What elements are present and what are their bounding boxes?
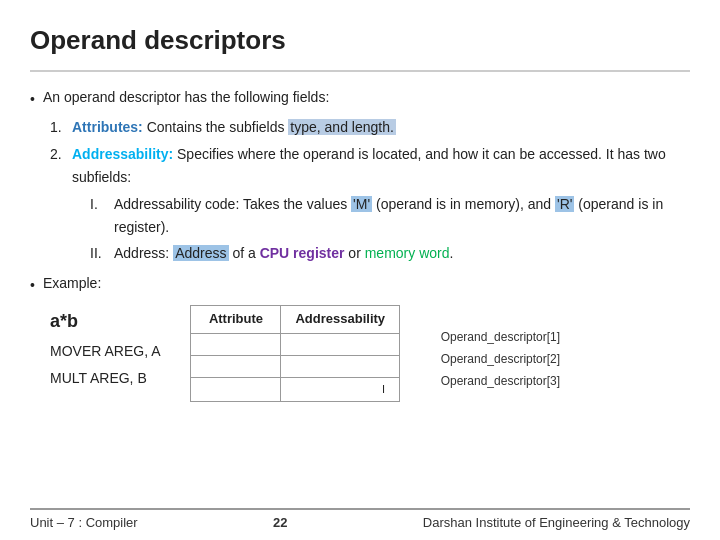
item2-label: Addressability: [72, 146, 173, 162]
descriptor-table: Attribute Addressability [190, 305, 400, 402]
roman-num-1: I. [90, 193, 114, 215]
code-line-1: a*b [50, 305, 160, 337]
roman-item-2: II. Address: Address of a CPU register o… [90, 242, 690, 264]
item1-label: Attributes: [72, 119, 143, 135]
cell-3-1 [191, 377, 281, 402]
cell-3-2: I [281, 377, 400, 402]
roman2-text1: of a [232, 245, 259, 261]
bullet-2-text: Example: [43, 272, 101, 294]
roman1-label: Addressability code: [114, 196, 239, 212]
operand-label-2: Operand_descriptor[2] [441, 349, 560, 371]
footer-unit: Unit – 7 : Compiler [30, 515, 138, 530]
bullet-1-text: An operand descriptor has the following … [43, 86, 329, 108]
col-attribute: Attribute [191, 305, 281, 333]
example-left: a*b MOVER AREG, A MULT AREG, B [50, 305, 160, 392]
cell-1-1 [191, 333, 281, 355]
item2-content: Addressability: Specifies where the oper… [72, 143, 690, 188]
num-2: 2. [50, 143, 66, 165]
numbered-list: 1. Attributes: Contains the subfields ty… [50, 116, 690, 264]
bullet-1: • An operand descriptor has the followin… [30, 86, 690, 110]
numbered-item-2: 2. Addressability: Specifies where the o… [50, 143, 690, 188]
slide-title: Operand descriptors [30, 20, 690, 72]
roman-item-1: I. Addressability code: Takes the values… [90, 193, 690, 238]
numbered-item-1: 1. Attributes: Contains the subfields ty… [50, 116, 690, 138]
roman1-text1: Takes the values [243, 196, 351, 212]
roman1-content: Addressability code: Takes the values 'M… [114, 193, 690, 238]
roman2-text2: or [344, 245, 364, 261]
roman2-mem: memory word [365, 245, 450, 261]
roman2-addr: Address [173, 245, 228, 261]
code-line-2: MOVER AREG, A [50, 339, 160, 364]
footer: Unit – 7 : Compiler 22 Darshan Institute… [30, 508, 690, 530]
item1-highlight: type, and length. [288, 119, 396, 135]
descriptor-table-wrap: Attribute Addressability [190, 305, 400, 402]
bullet-dot-2: • [30, 274, 35, 296]
table-row-2 [191, 355, 400, 377]
operand-labels: Operand_descriptor[1] Operand_descriptor… [441, 327, 560, 393]
col-addressability: Addressability [281, 305, 400, 333]
roman1-r: 'R' [555, 196, 574, 212]
item1-text: Contains the subfields [147, 119, 289, 135]
operand-label-3: Operand_descriptor[3] [441, 371, 560, 393]
cell-2-2 [281, 355, 400, 377]
operand-label-1: Operand_descriptor[1] [441, 327, 560, 349]
cell-1-2 [281, 333, 400, 355]
code-line-3: MULT AREG, B [50, 366, 160, 391]
roman1-m: 'M' [351, 196, 372, 212]
table-row-3: I [191, 377, 400, 402]
bullet-2: • Example: [30, 272, 690, 296]
roman1-text2: (operand is in memory), and [372, 196, 555, 212]
example-section: a*b MOVER AREG, A MULT AREG, B Attribute… [50, 305, 690, 402]
roman2-cpu: CPU register [260, 245, 345, 261]
bullet-dot-1: • [30, 88, 35, 110]
roman-list: I. Addressability code: Takes the values… [90, 193, 690, 264]
cell-2-1 [191, 355, 281, 377]
roman2-end: . [449, 245, 453, 261]
roman2-content: Address: Address of a CPU register or me… [114, 242, 453, 264]
roman-num-2: II. [90, 242, 114, 264]
footer-page: 22 [273, 515, 287, 530]
num-1: 1. [50, 116, 66, 138]
footer-institute: Darshan Institute of Engineering & Techn… [423, 515, 690, 530]
roman2-label: Address: [114, 245, 169, 261]
item1-content: Attributes: Contains the subfields type,… [72, 116, 396, 138]
table-row-1 [191, 333, 400, 355]
